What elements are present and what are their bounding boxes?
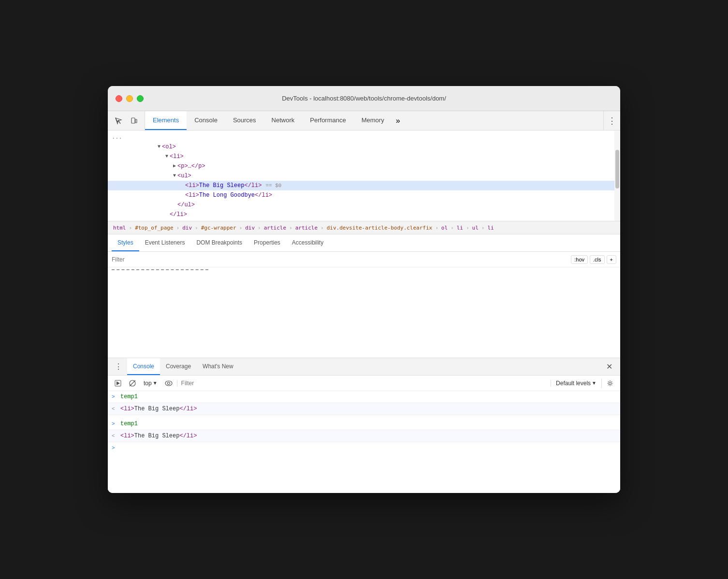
dom-scrollbar[interactable] xyxy=(614,130,620,221)
drawer-kebab-icon[interactable]: ⋮ xyxy=(112,361,125,372)
drawer-tabbar: ⋮ Console Coverage What's New ✕ xyxy=(108,358,620,376)
breadcrumb-ul[interactable]: ul xyxy=(471,224,480,232)
tab-memory[interactable]: Memory xyxy=(354,111,392,130)
maximize-button[interactable] xyxy=(137,95,144,102)
drawer-tab-whats-new[interactable]: What's New xyxy=(197,358,239,375)
dom-row[interactable]: <li>The Long Goodbye</li> xyxy=(108,190,620,200)
tab-properties[interactable]: Properties xyxy=(248,234,286,251)
dom-tag: <ul> xyxy=(177,171,191,181)
toggle-icon xyxy=(172,200,177,210)
breadcrumb-gc-wrapper[interactable]: #gc-wrapper xyxy=(200,224,238,232)
dom-tree[interactable]: ... ▼ <ol> ▼ <li> ▶ <p>…</ xyxy=(108,130,620,221)
tab-sources[interactable]: Sources xyxy=(225,111,264,130)
breadcrumb-html[interactable]: html xyxy=(112,224,128,232)
log-levels-button[interactable]: Default levels ▼ xyxy=(553,379,599,388)
console-input[interactable] xyxy=(120,445,616,451)
svg-point-8 xyxy=(609,382,612,384)
window-title: DevTools - localhost:8080/web/tools/chro… xyxy=(282,95,446,102)
divider xyxy=(601,378,602,388)
dom-ellipsis: ... xyxy=(108,132,620,142)
dom-panel: ... ▼ <ol> ▼ <li> ▶ <p>…</ xyxy=(108,130,620,221)
console-settings-button[interactable] xyxy=(604,378,616,389)
tab-elements[interactable]: Elements xyxy=(145,111,187,130)
eye-button[interactable] xyxy=(162,378,175,389)
breadcrumb-article1[interactable]: article xyxy=(262,224,288,232)
console-filter-input[interactable] xyxy=(177,380,551,387)
levels-arrow: ▼ xyxy=(592,380,597,386)
styles-filter-input[interactable] xyxy=(112,256,571,263)
drawer-tab-coverage[interactable]: Coverage xyxy=(160,358,197,375)
dom-tag: <li>The Long Goodbye</li> xyxy=(185,190,272,200)
tab-accessibility[interactable]: Accessibility xyxy=(286,234,329,251)
dom-row[interactable]: ▼ <ul> xyxy=(108,171,620,181)
context-dropdown-arrow: ▼ xyxy=(153,380,158,386)
console-expression: temp1 xyxy=(120,419,138,429)
svg-point-6 xyxy=(165,381,172,386)
console-row: < <li>The Big Sleep</li> xyxy=(108,430,620,442)
breadcrumb-li1[interactable]: li xyxy=(455,224,465,232)
hov-button[interactable]: :hov xyxy=(571,255,588,264)
toggle-icon[interactable]: ▼ xyxy=(172,171,177,181)
console-output: > temp1 < <li>The Big Sleep</li> > temp1 xyxy=(108,391,620,493)
console-prompt-arrow: > xyxy=(112,419,117,429)
breadcrumb-article2[interactable]: article xyxy=(294,224,319,232)
dom-tag: <p>…</p> xyxy=(177,161,205,171)
dom-tag: <li>The Big Sleep</li> xyxy=(185,181,262,190)
breadcrumb-div-class[interactable]: div.devsite-article-body.clearfix xyxy=(325,224,434,232)
console-input-arrow: > xyxy=(112,443,117,453)
toggle-icon[interactable]: ▼ xyxy=(156,142,162,152)
toggle-icon[interactable]: ▶ xyxy=(172,161,177,171)
breadcrumb-div2[interactable]: div xyxy=(244,224,256,232)
drawer-close-button[interactable]: ✕ xyxy=(602,360,616,373)
minimize-button[interactable] xyxy=(126,95,133,102)
dom-row[interactable]: ▼ <ol> xyxy=(108,142,620,152)
dom-tag: </li> xyxy=(170,210,187,219)
dom-row[interactable]: </li> xyxy=(108,210,620,219)
console-output-arrow: < xyxy=(112,404,117,414)
dom-tag: </ul> xyxy=(177,200,195,210)
execute-button[interactable] xyxy=(112,378,124,389)
top-tabbar: Elements Console Sources Network Perform… xyxy=(108,111,620,130)
drawer-tab-console[interactable]: Console xyxy=(127,358,160,375)
device-toolbar-icon[interactable] xyxy=(127,114,141,128)
console-toolbar: top ▼ Default levels ▼ xyxy=(108,376,620,391)
dom-row[interactable]: </ul> xyxy=(108,200,620,210)
dom-row[interactable]: ▼ <li> xyxy=(108,152,620,161)
breadcrumb-li2[interactable]: li xyxy=(486,224,495,232)
console-row: > temp1 xyxy=(108,391,620,403)
toggle-icon[interactable]: ▶ xyxy=(164,219,170,221)
dom-row-selected[interactable]: <li>The Big Sleep</li> == $0 xyxy=(108,181,620,190)
dom-row[interactable]: ▶ <p>…</p> xyxy=(108,161,620,171)
drawer-more-icon[interactable]: ⋮ xyxy=(112,361,125,372)
breadcrumb-ol[interactable]: ol xyxy=(440,224,449,232)
breadcrumb-top-of-page[interactable]: #top_of_page xyxy=(133,224,175,232)
console-output-value: <li>The Big Sleep</li> xyxy=(120,404,197,414)
tab-network[interactable]: Network xyxy=(264,111,303,130)
filter-buttons: :hov .cls + xyxy=(571,255,616,264)
dom-tag: <li>…</li> xyxy=(170,219,204,221)
dom-row[interactable]: ▶ <li>…</li> xyxy=(108,219,620,221)
tab-dom-breakpoints[interactable]: DOM Breakpoints xyxy=(190,234,248,251)
console-row: > temp1 xyxy=(108,418,620,430)
devtools-body: Elements Console Sources Network Perform… xyxy=(108,111,620,493)
toggle-icon xyxy=(164,210,170,219)
levels-label: Default levels xyxy=(556,380,591,387)
tab-event-listeners[interactable]: Event Listeners xyxy=(139,234,191,251)
breadcrumb-div1[interactable]: div xyxy=(181,224,193,232)
tab-performance[interactable]: Performance xyxy=(302,111,353,130)
console-row: < <li>The Big Sleep</li> xyxy=(108,403,620,415)
toggle-icon[interactable]: ▼ xyxy=(164,152,170,161)
cls-button[interactable]: .cls xyxy=(590,255,605,264)
inspect-icon[interactable] xyxy=(112,114,125,128)
devtools-window: DevTools - localhost:8080/web/tools/chro… xyxy=(108,86,620,493)
console-output-arrow: < xyxy=(112,431,117,441)
tab-styles[interactable]: Styles xyxy=(112,234,139,251)
tab-console[interactable]: Console xyxy=(187,111,225,130)
more-tabs-button[interactable]: » xyxy=(392,111,404,130)
breadcrumb-bar: html › #top_of_page › div › #gc-wrapper … xyxy=(108,221,620,234)
devtools-menu-button[interactable]: ⋮ xyxy=(603,111,620,130)
close-button[interactable] xyxy=(116,95,122,102)
clear-console-button[interactable] xyxy=(126,378,139,389)
context-selector[interactable]: top ▼ xyxy=(141,379,160,388)
plus-button[interactable]: + xyxy=(607,255,616,264)
